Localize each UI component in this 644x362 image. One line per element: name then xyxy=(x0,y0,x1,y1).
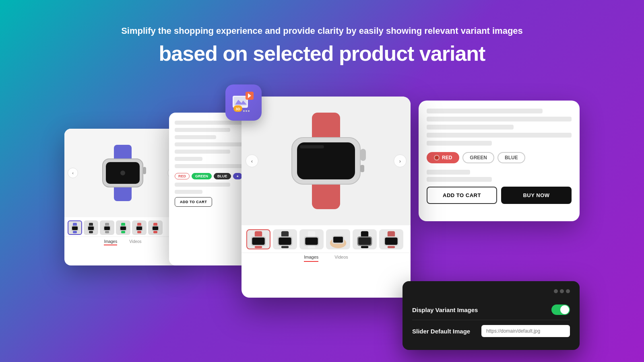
display-variant-label: Display Variant Images xyxy=(412,306,478,313)
badge-red-label: RED xyxy=(442,155,452,160)
nav-main-right[interactable]: › xyxy=(394,154,407,167)
text-line-1 xyxy=(175,121,244,125)
svg-rect-47 xyxy=(255,231,262,237)
page-wrapper: Simplify the shopping experience and pro… xyxy=(0,0,644,362)
info-line-5 xyxy=(427,141,492,146)
tab-videos-left[interactable]: Videos xyxy=(129,239,141,245)
main-thumb-1[interactable] xyxy=(246,229,270,249)
display-variant-toggle[interactable] xyxy=(551,304,570,315)
badge-blue-sm[interactable]: BLUE xyxy=(214,173,231,179)
card-right-panel: RED GREEN BLUE ADD TO CART BUY NOW xyxy=(419,101,580,221)
dot-2 xyxy=(560,289,564,293)
main-thumb-3[interactable] xyxy=(299,229,324,249)
app-icon-svg: 3D xyxy=(229,88,258,117)
card-main-nav: ‹ › xyxy=(242,154,411,167)
info-lines xyxy=(427,109,572,146)
info-line-4 xyxy=(427,133,572,138)
text-line-5 xyxy=(175,150,230,154)
card-left-nav: ‹ › xyxy=(64,168,181,178)
main-title: based on selected product variant xyxy=(121,41,523,66)
text-line-4 xyxy=(175,142,244,146)
text-line-2 xyxy=(175,128,230,132)
main-thumb-row xyxy=(242,225,411,253)
svg-rect-16 xyxy=(104,226,110,230)
badge-green-sm[interactable]: GREEN xyxy=(192,173,212,179)
header-section: Simplify the shopping experience and pro… xyxy=(121,24,523,66)
svg-rect-17 xyxy=(105,231,109,233)
svg-rect-51 xyxy=(281,231,289,237)
thumb-blue[interactable] xyxy=(68,220,82,235)
svg-rect-46 xyxy=(300,145,324,148)
svg-rect-58 xyxy=(308,246,315,249)
svg-rect-49 xyxy=(252,237,264,245)
nav-left-arrow[interactable]: ‹ xyxy=(68,168,78,178)
svg-rect-50 xyxy=(255,246,262,249)
main-thumb-5[interactable] xyxy=(353,229,377,249)
svg-rect-62 xyxy=(361,231,368,237)
badge-red-main[interactable]: RED xyxy=(427,152,459,163)
settings-dots xyxy=(412,289,570,293)
svg-rect-21 xyxy=(121,231,125,233)
add-to-cart-sm-button[interactable]: ADD TO CART xyxy=(175,197,212,207)
thumb-gray[interactable] xyxy=(100,220,114,235)
thumb-red[interactable] xyxy=(148,220,163,235)
main-thumb-2[interactable] xyxy=(273,229,297,249)
subtitle: Simplify the shopping experience and pro… xyxy=(121,24,523,37)
slider-default-input[interactable] xyxy=(481,325,570,337)
svg-rect-66 xyxy=(388,231,395,237)
variant-badges-main: RED GREEN BLUE xyxy=(427,152,572,163)
dot-3 xyxy=(566,289,570,293)
main-thumb-6[interactable] xyxy=(379,229,403,249)
card-left: ‹ › xyxy=(64,129,181,265)
thumb-dark[interactable] xyxy=(84,220,98,235)
info-line-1 xyxy=(427,109,543,113)
card-main: ‹ › xyxy=(242,97,411,298)
toggle-knob xyxy=(560,305,569,314)
main-thumb-4[interactable] xyxy=(326,229,350,249)
svg-rect-57 xyxy=(305,237,318,245)
nav-main-left[interactable]: ‹ xyxy=(246,154,258,167)
card-left-tabs: Images Videos xyxy=(64,237,181,247)
svg-rect-25 xyxy=(137,231,141,233)
svg-rect-9 xyxy=(73,231,77,233)
buy-now-button[interactable]: BUY NOW xyxy=(501,187,572,204)
svg-rect-53 xyxy=(279,237,291,245)
text-line-6 xyxy=(175,157,202,161)
svg-point-38 xyxy=(246,110,247,112)
svg-rect-12 xyxy=(88,226,94,230)
badge-blue-main[interactable]: BLUE xyxy=(497,152,525,163)
tab-images-main[interactable]: Images xyxy=(304,255,318,262)
info-line-price xyxy=(427,170,470,175)
badge-green-main[interactable]: GREEN xyxy=(462,152,494,163)
variant-badges-small: RED GREEN BLUE ● xyxy=(175,173,244,179)
thumb-green[interactable] xyxy=(116,220,130,235)
svg-rect-24 xyxy=(136,226,142,230)
svg-rect-64 xyxy=(358,237,371,245)
red-dot xyxy=(434,155,440,160)
svg-rect-28 xyxy=(153,226,158,230)
card-left-image-area: ‹ › xyxy=(64,129,181,217)
card-left-thumbnails xyxy=(64,217,181,237)
svg-rect-29 xyxy=(153,231,157,233)
svg-rect-69 xyxy=(388,246,395,249)
tab-videos-main[interactable]: Videos xyxy=(334,255,348,262)
cards-area: ‹ › xyxy=(0,97,644,298)
info-line-2 xyxy=(427,117,572,121)
slider-default-label: Slider Default Image xyxy=(412,328,470,335)
text-line-3 xyxy=(175,135,216,139)
svg-rect-20 xyxy=(120,226,126,230)
app-icon: 3D xyxy=(225,84,262,121)
badge-purple-sm[interactable]: ● xyxy=(233,173,242,179)
badge-red-sm[interactable]: RED xyxy=(175,173,190,179)
settings-row-display-variant: Display Variant Images xyxy=(412,300,570,320)
tab-images-left[interactable]: Images xyxy=(104,239,117,245)
add-to-cart-button[interactable]: ADD TO CART xyxy=(427,187,497,204)
svg-rect-13 xyxy=(89,231,93,233)
card-main-image: ‹ › xyxy=(242,97,411,225)
settings-panel: Display Variant Images Slider Default Im… xyxy=(402,281,580,350)
svg-point-37 xyxy=(243,110,245,112)
thumb-pink[interactable] xyxy=(132,220,147,235)
text-line-9 xyxy=(175,190,202,194)
svg-text:3D: 3D xyxy=(235,107,240,111)
main-tabs: Images Videos xyxy=(242,253,411,263)
